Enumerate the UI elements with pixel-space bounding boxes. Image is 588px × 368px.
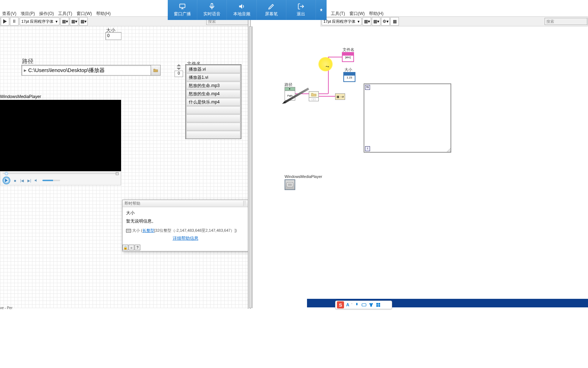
list-item-empty[interactable] <box>186 106 240 114</box>
filename-terminal[interactable]: [abc] <box>342 52 354 62</box>
align-dropdown[interactable]: ▦▾ <box>61 17 69 26</box>
browse-button[interactable] <box>151 65 161 76</box>
wmp-node[interactable]: WindowsMediaPlayer <box>285 174 322 190</box>
list-item-empty[interactable] <box>186 131 240 139</box>
help-scrollbar[interactable] <box>243 201 246 206</box>
cleanup-dropdown[interactable]: ⚙▾ <box>381 17 390 26</box>
ime-skin-icon[interactable] <box>369 302 374 307</box>
for-loop-n-terminal[interactable]: N <box>365 85 370 90</box>
list-item[interactable]: 播放器.vi <box>186 65 240 73</box>
list-folder-node[interactable]: ⬚⬚ <box>309 91 319 101</box>
wmp-stop-button[interactable]: ■ <box>12 178 17 183</box>
bd-scrollbar[interactable] <box>249 26 252 308</box>
list-item[interactable]: 播放器1.vi <box>186 73 240 81</box>
list-item-empty[interactable] <box>186 123 240 131</box>
wire[interactable] <box>319 96 336 97</box>
wmp-next-button[interactable]: ▶| <box>27 178 32 183</box>
list-item-empty[interactable] <box>186 114 240 122</box>
menu-project[interactable]: 项目(P) <box>19 11 37 17</box>
menu-bar-left: 查看(V) 项目(P) 操作(O) 工具(T) 窗口(W) 帮助(H) <box>0 10 113 17</box>
ime-toolbar[interactable]: S A ' <box>335 301 392 309</box>
help-question-button[interactable]: ? <box>135 245 140 250</box>
broadcast-window[interactable]: 窗口广播 <box>168 0 197 20</box>
index-value[interactable]: 0 <box>175 71 183 77</box>
wire[interactable] <box>295 93 309 94</box>
wire-cursor-icon: ⤳ <box>326 64 329 69</box>
path-constant-node[interactable]: ▸ Path <box>285 87 295 101</box>
list-item[interactable]: 怒放的生命.mp3 <box>186 82 240 90</box>
block-diagram: 路径 ▸ Path ⬚⬚ 文件名 [abc] ⤳ 大小 1.23 ▦→# N i <box>252 26 587 308</box>
wire[interactable] <box>328 57 342 57</box>
wmp-volume-slider[interactable] <box>42 180 60 181</box>
ime-toolbox-icon[interactable] <box>376 302 381 307</box>
toolbar-right: 17pt 应用程序字体▾ ▦▾ ▦▾ ⚙▾ ▦ 搜索 <box>321 16 588 26</box>
menu-tools[interactable]: 工具(T) <box>329 11 347 17</box>
svg-rect-14 <box>356 303 358 305</box>
wmp-terminal[interactable] <box>285 179 295 190</box>
front-panel: 大小 0 路径 ▸C:\Users\lenovo\Desktop\播放器 文件名… <box>0 26 249 308</box>
resize-dropdown[interactable]: ▦▾ <box>79 17 88 26</box>
help-type-link[interactable]: 长整型 <box>142 228 154 232</box>
distribute-dropdown[interactable]: ▦▾ <box>70 17 78 26</box>
font-dropdown-bd[interactable]: 17pt 应用程序字体▾ <box>322 17 361 25</box>
wmp-progress-bar[interactable] <box>0 172 121 176</box>
ime-keyboard-icon[interactable] <box>361 302 366 307</box>
align-dropdown[interactable]: ▦▾ <box>363 17 371 26</box>
wmp-screen[interactable] <box>0 100 121 171</box>
broadcast-screen-pen[interactable]: 屏幕笔 <box>257 0 286 20</box>
for-loop[interactable]: N i <box>364 83 451 153</box>
pen-icon <box>268 3 275 10</box>
menu-operate[interactable]: 操作(O) <box>37 11 56 17</box>
distribute-dropdown[interactable]: ▦▾ <box>372 17 380 26</box>
mic-icon <box>208 3 215 10</box>
broadcast-pin[interactable] <box>316 0 327 20</box>
pause-button[interactable]: II <box>10 17 19 26</box>
svg-rect-3 <box>211 4 213 7</box>
filename-array[interactable]: 播放器.vi 播放器1.vi 怒放的生命.mp3 怒放的生命.mp4 什么是快乐… <box>185 64 241 139</box>
exit-icon <box>297 3 305 10</box>
ime-lang[interactable]: A <box>346 302 349 307</box>
path-control[interactable]: ▸C:\Users\lenovo\Desktop\播放器 <box>21 65 160 76</box>
menu-help[interactable]: 帮助(H) <box>367 11 386 17</box>
play-icon <box>5 179 8 182</box>
array-index-control[interactable]: 0 <box>174 64 184 77</box>
help-footer: 🔒 ⟐ ? <box>123 245 141 251</box>
wmp-play-button[interactable] <box>2 177 10 184</box>
wmp-node-label: WindowsMediaPlayer <box>285 174 322 179</box>
broadcast-exit[interactable]: 退出 <box>286 0 316 20</box>
ime-mic-icon[interactable] <box>354 302 359 307</box>
volume-icon <box>34 178 38 183</box>
broadcast-realtime-voice[interactable]: 实时语音 <box>197 0 227 20</box>
array-size-node[interactable]: ▦→# <box>335 93 345 100</box>
reorder-button[interactable]: ▦ <box>390 17 399 26</box>
run-arrow-icon <box>3 19 7 24</box>
detail-help-link[interactable]: 详细帮助信息 <box>126 235 245 241</box>
menu-help[interactable]: 帮助(H) <box>94 11 113 17</box>
progress-thumb-icon[interactable] <box>5 172 8 175</box>
menu-view[interactable]: 查看(V) <box>0 11 19 17</box>
help-item-name: 大小 <box>126 210 245 216</box>
ime-logo[interactable]: S <box>337 301 344 308</box>
help-window-title[interactable]: 即时帮助 <box>123 200 248 207</box>
wmp-prev-button[interactable]: |◀ <box>20 178 25 183</box>
monitor-icon <box>179 3 186 10</box>
menu-window[interactable]: 窗口(W) <box>347 11 367 17</box>
font-dropdown[interactable]: 17pt 应用程序字体▾ <box>20 17 59 25</box>
list-item[interactable]: 什么是快乐.mp4 <box>186 98 240 106</box>
wmp-fullscreen-icon[interactable] <box>116 172 119 175</box>
run-button[interactable] <box>1 17 9 26</box>
menu-window[interactable]: 窗口(W) <box>74 11 94 17</box>
help-lock-button[interactable]: 🔒 <box>123 245 128 250</box>
speaker-icon <box>238 3 245 10</box>
wire[interactable] <box>319 93 328 94</box>
resize-handle-icon[interactable] <box>447 148 451 152</box>
broadcast-label: 退出 <box>297 11 305 17</box>
help-simple-button[interactable]: ⟐ <box>129 245 134 250</box>
list-item[interactable]: 怒放的生命.mp4 <box>186 90 240 98</box>
search-input-bd[interactable]: 搜索 <box>545 18 587 25</box>
menu-tools[interactable]: 工具(T) <box>56 11 74 17</box>
wmp-volume-button[interactable] <box>34 178 39 183</box>
for-loop-i-terminal[interactable]: i <box>365 146 370 151</box>
size-terminal[interactable]: 1.23 <box>343 72 355 82</box>
broadcast-local-audio[interactable]: 本地音频 <box>227 0 256 20</box>
